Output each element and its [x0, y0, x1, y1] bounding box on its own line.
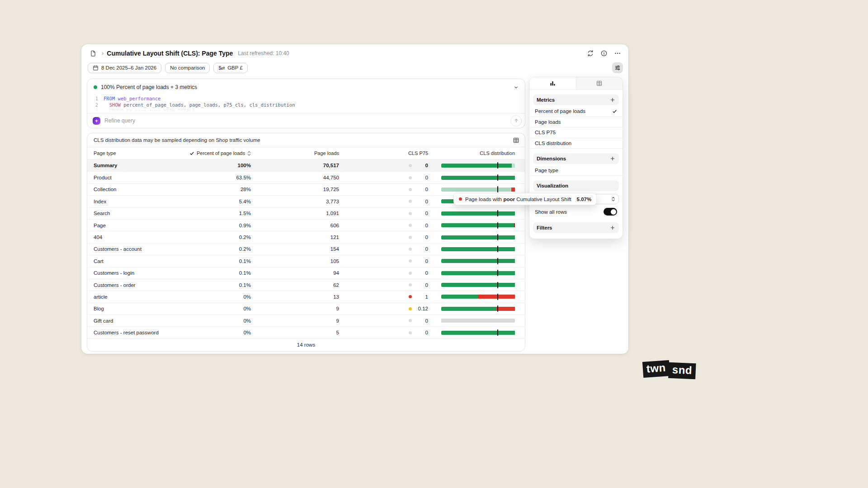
- table-row[interactable]: Blog0%90.12: [87, 303, 525, 314]
- show-all-rows-toggle[interactable]: [604, 208, 617, 216]
- cls-p75-dot: [409, 283, 412, 286]
- cell-percent: 0.1%: [173, 258, 251, 264]
- cls-p75-value: 0.12: [417, 306, 428, 311]
- table-row[interactable]: Product63.5%44,7500: [87, 171, 525, 183]
- cell-cls-distribution: [428, 307, 525, 311]
- metrics-header: Metrics: [533, 94, 619, 105]
- dimensions-header: Dimensions: [533, 153, 619, 164]
- logo-word-2: snd: [668, 362, 696, 379]
- cell-page-loads: 62: [251, 282, 339, 288]
- cell-page-loads: 5: [251, 330, 339, 335]
- add-filter-button[interactable]: [608, 223, 617, 232]
- panel-item-cls-p75[interactable]: CLS P75: [529, 127, 623, 138]
- add-dimension-button[interactable]: [608, 154, 617, 163]
- cls-distribution-bar: [441, 164, 515, 168]
- table-row[interactable]: article0%131: [87, 291, 525, 302]
- cls-p75-value: 0: [417, 163, 428, 168]
- table-row[interactable]: Summary100%70,5170: [87, 160, 525, 171]
- cls-p75-dot: [409, 331, 412, 334]
- ellipsis-icon: [614, 50, 621, 57]
- window-header: › Cumulative Layout Shift (CLS): Page Ty…: [81, 44, 628, 62]
- table-row[interactable]: Gift card0%90: [87, 314, 525, 326]
- submit-query-button[interactable]: [510, 115, 522, 127]
- table-row[interactable]: Customers - order0.1%620: [87, 279, 525, 291]
- table-row[interactable]: Customers - login0.1%940: [87, 267, 525, 279]
- cls-p75-dot: [409, 259, 412, 263]
- cls-distribution-bar: [441, 319, 515, 323]
- panel-item-percent-of-page-loads[interactable]: Percent of page loads: [529, 106, 623, 117]
- cell-page-type: Customers - reset password: [87, 330, 173, 335]
- cell-page-type: Gift card: [87, 318, 173, 324]
- column-header-cls-p75[interactable]: CLS P75: [339, 150, 428, 156]
- cls-p75-dot: [409, 236, 412, 239]
- cls-distribution-bar: [441, 295, 515, 299]
- cell-percent: 0.2%: [173, 246, 251, 252]
- cell-cls-distribution: [428, 259, 525, 263]
- line-number: 2: [92, 102, 98, 108]
- customize-panel: Metrics Percent of page loadsPage loadsC…: [529, 77, 623, 239]
- cell-page-loads: 606: [251, 223, 339, 228]
- table-row[interactable]: 4040.2%1210: [87, 231, 525, 243]
- panel-item-page-loads[interactable]: Page loads: [529, 117, 623, 128]
- metrics-title: Metrics: [537, 97, 555, 103]
- cls-p75-value: 0: [417, 258, 428, 264]
- table-view-button[interactable]: [510, 135, 521, 145]
- cell-page-type: Summary: [87, 163, 173, 168]
- query-status-dot: [94, 85, 97, 89]
- table-row[interactable]: Cart0.1%1050: [87, 255, 525, 267]
- more-menu-button[interactable]: [611, 47, 624, 60]
- metrics-list: Percent of page loadsPage loadsCLS P75CL…: [529, 106, 623, 149]
- tab-table[interactable]: [576, 77, 623, 89]
- table-row[interactable]: Customers - reset password0%50: [87, 326, 525, 338]
- p75-marker: [497, 222, 498, 229]
- cls-p75-dot: [409, 212, 412, 215]
- column-header-percent[interactable]: Percent of page loads: [173, 150, 251, 156]
- panel-item-page-type[interactable]: Page type: [529, 165, 623, 176]
- refine-query-input[interactable]: Refine query: [104, 117, 506, 124]
- cell-cls-p75: 0: [339, 270, 428, 276]
- cell-cls-p75: 0: [339, 187, 428, 192]
- cls-p75-value: 0: [417, 175, 428, 180]
- date-range-button[interactable]: 8 Dec 2025–6 Jan 2026: [88, 63, 161, 73]
- cls-distribution-bar: [441, 307, 515, 311]
- customize-panel-button[interactable]: [612, 62, 623, 73]
- cls-p75-dot: [409, 200, 412, 203]
- cls-p75-value: 0: [417, 318, 428, 324]
- cell-page-type: Blog: [87, 306, 173, 311]
- plus-icon: [610, 225, 615, 230]
- tab-visualization[interactable]: [529, 77, 576, 89]
- p75-marker: [497, 294, 498, 300]
- cell-cls-p75: 0: [339, 235, 428, 240]
- plus-icon: [610, 97, 615, 103]
- table-row[interactable]: Page0.9%6060: [87, 219, 525, 231]
- cell-percent: 0.1%: [173, 270, 251, 276]
- code-line: 1FROM web_performance: [92, 96, 525, 102]
- cell-percent: 63.5%: [173, 175, 251, 180]
- info-button[interactable]: [598, 47, 610, 60]
- check-icon: [612, 109, 617, 114]
- cell-cls-p75: 1: [339, 294, 428, 300]
- logo-word-1: twn: [642, 360, 670, 378]
- column-header-page-type[interactable]: Page type: [87, 150, 173, 156]
- panel-item-cls-distribution[interactable]: CLS distribution: [529, 138, 623, 149]
- column-header-cls-distribution[interactable]: CLS distribution: [428, 150, 525, 156]
- refresh-button[interactable]: [584, 47, 597, 60]
- cell-percent: 100%: [173, 163, 251, 168]
- collapse-query-button[interactable]: [510, 82, 521, 93]
- cell-cls-distribution: [428, 295, 525, 299]
- cls-p75-dot: [409, 272, 412, 275]
- query-panel: 100% Percent of page loads + 3 metrics 1…: [87, 79, 525, 128]
- table-row[interactable]: Search1.5%1,0910: [87, 207, 525, 219]
- table-row[interactable]: Customers - account0.2%1540: [87, 243, 525, 255]
- add-metric-button[interactable]: [608, 95, 617, 104]
- column-header-page-loads[interactable]: Page loads: [251, 150, 339, 156]
- filters-title: Filters: [537, 225, 552, 230]
- cell-page-loads: 1,091: [251, 211, 339, 216]
- code-block[interactable]: 1FROM web_performance2 SHOW percent_of_p…: [87, 95, 525, 113]
- bar-chart-icon: [549, 80, 556, 87]
- sort-icon: [247, 150, 251, 156]
- cell-cls-p75: 0: [339, 223, 428, 228]
- currency-button[interactable]: $⇄ GBP £: [213, 63, 247, 73]
- comparison-label: No comparison: [170, 65, 205, 70]
- comparison-button[interactable]: No comparison: [165, 63, 210, 73]
